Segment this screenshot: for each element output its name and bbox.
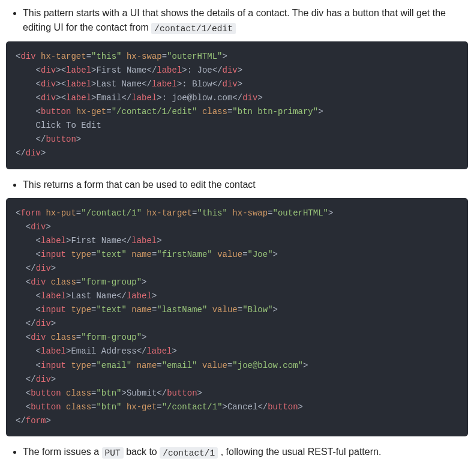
code-block-contact-view: <div hx-target="this" hx-swap="outerHTML… [6,41,468,169]
bullet-final-text-c: , following the usual REST-ful pattern. [221,447,382,457]
bullet-list-2: This returns a form that can be used to … [6,178,468,192]
bullet-list-3: The form issues a PUT back to /contact/1… [6,445,468,460]
bullet-final-text-b: back to [126,447,160,457]
bullet-final: The form issues a PUT back to /contact/1… [23,445,468,460]
inline-code-put: PUT [102,447,124,459]
code-block-contact-form: <form hx-put="/contact/1" hx-target="thi… [6,198,468,437]
bullet-intro: This pattern starts with a UI that shows… [23,6,468,35]
inline-code-contact-url: /contact/1 [160,447,218,459]
bullet-mid: This returns a form that can be used to … [23,178,468,192]
bullet-list-1: This pattern starts with a UI that shows… [6,6,468,35]
bullet-final-text-a: The form issues a [23,447,102,457]
inline-code-edit-url: /contact/1/edit [151,23,236,34]
